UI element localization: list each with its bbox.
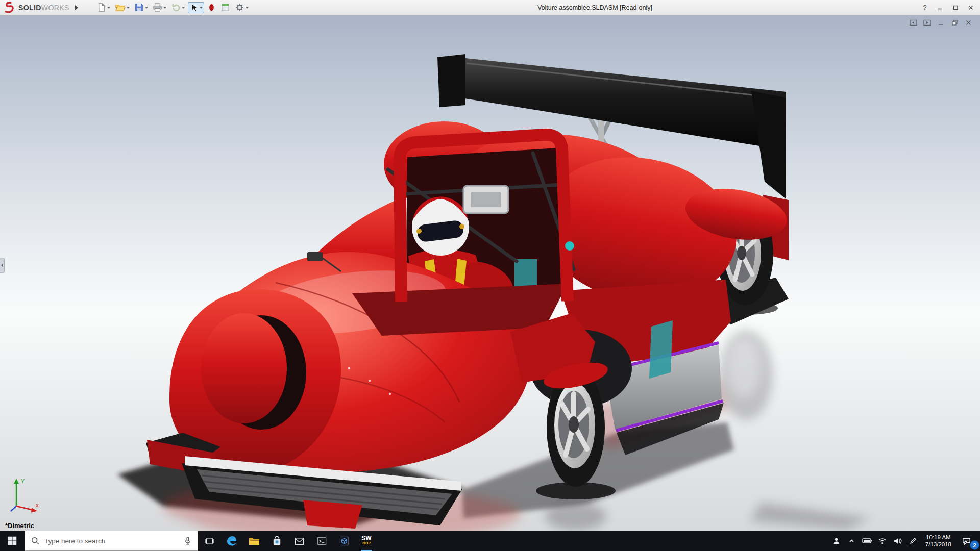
search-input[interactable]	[44, 537, 178, 545]
select-cursor-icon	[189, 3, 199, 12]
new-document-icon	[96, 3, 106, 12]
mirror-glass	[471, 192, 501, 207]
ds-logo-icon	[4, 2, 16, 13]
close-icon	[968, 5, 974, 11]
design-table-icon	[220, 3, 230, 12]
triad-x-label: x	[36, 502, 39, 508]
network-button[interactable]	[875, 531, 890, 551]
doc-restore-button[interactable]	[950, 18, 959, 27]
mail-button[interactable]	[288, 531, 310, 551]
cad-viewer-icon	[338, 535, 350, 547]
save-button[interactable]	[133, 2, 150, 13]
clock-date: 7/13/2018	[925, 541, 951, 548]
doc-close-button[interactable]	[964, 18, 973, 27]
system-tray: 10:19 AM 7/13/2018	[829, 531, 980, 551]
graphics-viewport[interactable]: Y x *Dimetric	[0, 15, 980, 531]
dropdown-caret-icon	[182, 7, 185, 9]
windows-logo-icon	[7, 535, 18, 546]
dropdown-caret-icon	[107, 7, 110, 9]
maximize-icon	[952, 5, 959, 11]
people-button[interactable]	[829, 531, 844, 551]
select-tool-button[interactable]	[188, 2, 204, 13]
notification-badge: 2	[970, 540, 979, 550]
chevron-up-icon	[848, 537, 855, 545]
store-button[interactable]	[265, 531, 288, 551]
close-button[interactable]	[964, 2, 978, 13]
edge-icon	[226, 535, 238, 547]
battery-button[interactable]	[860, 531, 875, 551]
people-icon	[832, 537, 841, 545]
undo-button[interactable]	[169, 2, 186, 13]
left-triangle-icon	[1, 263, 3, 267]
doc-minimize-button[interactable]	[936, 18, 945, 27]
microphone-icon[interactable]	[183, 536, 192, 545]
solidworks-2017-icon: SW 2017	[361, 536, 371, 546]
wifi-icon	[878, 537, 887, 545]
file-explorer-button[interactable]	[243, 531, 265, 551]
dropdown-caret-icon	[163, 7, 166, 9]
dropdown-caret-icon	[200, 7, 203, 9]
start-button[interactable]	[0, 531, 24, 551]
volume-button[interactable]	[890, 531, 905, 551]
view-orientation-label: *Dimetric	[5, 522, 34, 530]
console-button[interactable]	[310, 531, 333, 551]
menu-expand-arrow[interactable]	[72, 3, 81, 13]
window-controls: ?	[918, 0, 978, 15]
print-button[interactable]	[151, 2, 168, 13]
window-title: Voiture assomblee.SLDASM [Read-only]	[537, 4, 652, 11]
taskbar-clock[interactable]: 10:19 AM 7/13/2018	[921, 534, 956, 548]
console-icon	[316, 535, 328, 547]
pen-icon	[909, 537, 917, 545]
taskbar-search[interactable]	[24, 531, 198, 551]
open-icon	[115, 3, 126, 12]
minimize-button[interactable]	[933, 2, 947, 13]
tile-right-button[interactable]	[922, 18, 932, 27]
undo-icon	[171, 3, 181, 12]
save-icon	[134, 3, 144, 12]
task-view-icon	[204, 535, 215, 547]
document-window-controls	[909, 18, 973, 27]
assembly-3d-view[interactable]	[0, 15, 980, 531]
tile-left-button[interactable]	[909, 18, 918, 27]
dropdown-caret-icon	[127, 7, 130, 9]
appearance-bead-icon	[207, 3, 216, 12]
maximize-button[interactable]	[948, 2, 963, 13]
solidworks-window: SOLIDWORKS	[0, 0, 980, 551]
orientation-triad: Y x	[7, 475, 43, 517]
mail-icon	[293, 535, 305, 547]
store-icon	[271, 535, 283, 547]
logo-text-bold: SOLID	[18, 4, 41, 12]
options-gear-icon	[235, 3, 244, 12]
solidworks-logo: SOLIDWORKS	[0, 2, 72, 13]
logo-text-light: WORKS	[41, 4, 69, 12]
quick-toolbar	[95, 2, 250, 13]
right-triangle-icon	[75, 5, 78, 10]
edge-button[interactable]	[220, 531, 243, 551]
design-table-button[interactable]	[219, 2, 232, 13]
appearance-button[interactable]	[206, 2, 217, 13]
speaker-icon	[893, 537, 902, 545]
minimize-icon	[937, 5, 943, 11]
dropdown-caret-icon	[246, 7, 249, 9]
hidden-icons-button[interactable]	[844, 531, 860, 551]
open-button[interactable]	[113, 2, 131, 13]
cad-viewer-button[interactable]	[333, 531, 355, 551]
task-view-button[interactable]	[198, 531, 220, 551]
clock-time: 10:19 AM	[926, 534, 951, 541]
titlebar: SOLIDWORKS	[0, 0, 980, 15]
file-explorer-icon	[248, 535, 260, 547]
help-button[interactable]: ?	[918, 2, 932, 13]
triad-y-label: Y	[21, 478, 25, 484]
print-icon	[153, 3, 162, 12]
search-icon	[31, 536, 40, 545]
windows-ink-button[interactable]	[905, 531, 921, 551]
battery-icon	[862, 538, 872, 544]
sensor-dot	[565, 241, 574, 251]
featuremanager-collapsed-tab[interactable]	[0, 258, 5, 273]
windows-taskbar: SW 2017 10:19	[0, 531, 980, 551]
options-button[interactable]	[233, 2, 250, 13]
dropdown-caret-icon	[145, 7, 148, 9]
new-document-button[interactable]	[95, 2, 112, 13]
solidworks-app-button[interactable]: SW 2017	[355, 531, 378, 551]
